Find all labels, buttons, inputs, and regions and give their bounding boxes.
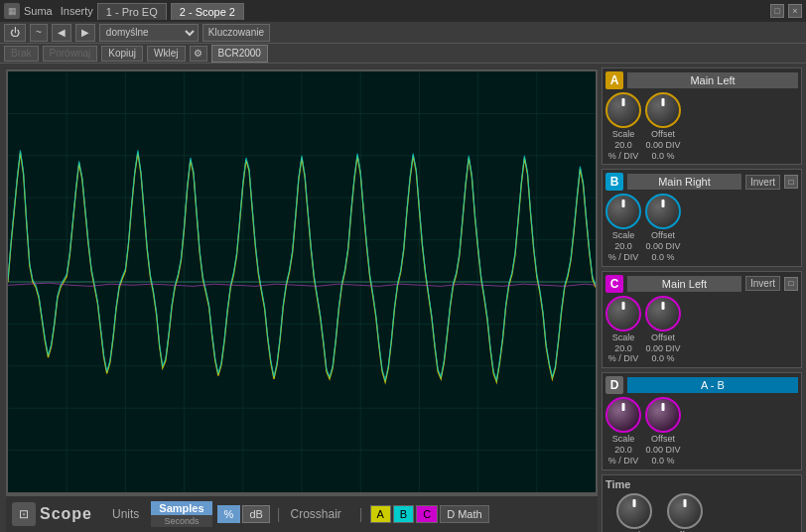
knob-dot [662, 200, 665, 207]
channel-b-scale-group: Scale 20.0 % / DIV [605, 194, 641, 262]
time-section: Time Scale 80.0 Samples / DIV [602, 474, 802, 532]
scope-logo: ⊡ Scope [12, 502, 92, 526]
time-offset-group: Offset 0.00 0.0 [667, 493, 703, 532]
channel-b-scale-knob[interactable] [605, 194, 641, 229]
channel-c-name-button[interactable]: Main Left [627, 276, 741, 292]
channel-c-section: C Main Left Invert □ Scale 20.0 % / DIV [602, 271, 802, 368]
channel-d-name-button[interactable]: A - B [627, 377, 798, 393]
percent-button[interactable]: % [217, 505, 241, 523]
main-layout: ⊡ Scope Units Samples Seconds % dB | Cro… [0, 64, 806, 532]
channel-b-offset-knob[interactable] [645, 194, 681, 229]
knob-dot [683, 499, 686, 507]
brak-button[interactable]: Brak [4, 46, 39, 62]
minimize-button[interactable]: □ [770, 4, 784, 18]
crosshair-label: Crosshair [287, 507, 345, 521]
channel-d-controls: Scale 20.0 % / DIV Offset 0.00 DIV 0.0 % [605, 397, 798, 466]
knob-dot [622, 200, 625, 207]
tab-pro-eq[interactable]: 1 - Pro EQ [97, 3, 167, 20]
channel-a-scale-knob[interactable] [605, 92, 641, 128]
channel-a-scale-group: Scale 20.0 % / DIV [605, 92, 641, 161]
channel-d-offset-knob[interactable] [645, 397, 681, 433]
power-button[interactable]: ⏻ [4, 24, 26, 42]
channel-b-controls: Scale 20.0 % / DIV Offset 0.00 DIV 0.0 % [605, 194, 798, 262]
scope-logo-icon: ⊡ [12, 502, 36, 526]
toolbar-1: ⏻ ~ ◀ ▶ domyślne Kluczowanie [0, 22, 806, 44]
channel-a-section: A Main Left Scale 20.0 % / DIV [602, 67, 802, 165]
knob-dot [622, 302, 625, 310]
channel-d-offset-group: Offset 0.00 DIV 0.0 % [645, 397, 681, 466]
channel-b-letter: B [605, 173, 623, 191]
time-header: Time [605, 478, 798, 490]
channel-c-invert-indicator[interactable]: □ [784, 277, 798, 291]
app-icon: ▦ [4, 3, 20, 19]
channel-c-scale-knob[interactable] [605, 296, 641, 332]
scope-logo-text: Scope [40, 505, 92, 523]
channel-a-scale-label: Scale 20.0 % / DIV [608, 129, 639, 161]
knob-dot [662, 98, 665, 106]
channel-b-offset-label: Offset 0.00 DIV 0.0 % [645, 230, 680, 262]
wave-button[interactable]: ~ [30, 24, 48, 42]
time-controls: Scale 80.0 Samples / DIV Offset 0.00 0.0 [605, 493, 798, 532]
nav-prev-button[interactable]: ◀ [52, 24, 71, 42]
menu-inserty[interactable]: Inserty [61, 5, 93, 17]
wklej-button[interactable]: Wklej [147, 46, 185, 62]
knob-dot [632, 499, 635, 507]
channel-a-offset-label: Offset 0.00 DIV 0.0 % [645, 129, 680, 161]
kopiuj-button[interactable]: Kopiuj [101, 46, 143, 62]
preset-select[interactable]: domyślne [99, 24, 199, 42]
channel-d-scale-knob[interactable] [605, 397, 641, 433]
right-panel: A Main Left Scale 20.0 % / DIV [598, 64, 806, 532]
key-button[interactable]: Kluczowanie [202, 24, 270, 42]
title-bar: ▦ Suma Inserty 1 - Pro EQ 2 - Scope 2 □ … [0, 0, 806, 22]
channel-c-offset-group: Offset 0.00 DIV 0.0 % [645, 296, 681, 364]
channel-d-section: D A - B Scale 20.0 % / DIV [602, 372, 802, 469]
divider-2: | [359, 506, 363, 522]
channel-d-header: D A - B [605, 376, 798, 394]
channel-b-invert-indicator[interactable]: □ [784, 175, 798, 189]
channel-d-letter: D [605, 376, 623, 394]
channel-b-scale-label: Scale 20.0 % / DIV [608, 230, 639, 262]
porownaj-button[interactable]: Porównaj [43, 46, 98, 62]
ch-a-button[interactable]: A [370, 505, 391, 523]
app-name: Suma [24, 5, 53, 17]
nav-next-button[interactable]: ▶ [75, 24, 95, 42]
samples-seconds-group: Samples Seconds [151, 501, 211, 527]
knob-dot [662, 302, 665, 310]
samples-button[interactable]: Samples [151, 501, 211, 515]
toolbar-2: Brak Porównaj Kopiuj Wklej ⚙ BCR2000 [0, 44, 806, 64]
bottom-bar: ⊡ Scope Units Samples Seconds % dB | Cro… [6, 494, 598, 532]
tab-scope2[interactable]: 2 - Scope 2 [171, 3, 244, 20]
gear-button[interactable]: ⚙ [190, 46, 207, 62]
d-math-button[interactable]: D Math [440, 505, 488, 523]
db-button[interactable]: dB [242, 505, 269, 523]
scope-area: ⊡ Scope Units Samples Seconds % dB | Cro… [0, 64, 598, 532]
channel-d-scale-group: Scale 20.0 % / DIV [605, 397, 641, 466]
time-offset-knob[interactable] [667, 493, 703, 529]
channel-b-invert-button[interactable]: Invert [745, 175, 780, 190]
channel-d-offset-label: Offset 0.00 DIV 0.0 % [645, 434, 680, 466]
channel-c-offset-knob[interactable] [645, 296, 681, 332]
time-scale-knob[interactable] [616, 493, 652, 529]
channel-a-offset-group: Offset 0.00 DIV 0.0 % [645, 92, 681, 161]
channel-c-scale-group: Scale 20.0 % / DIV [605, 296, 641, 364]
device-label: BCR2000 [211, 45, 268, 63]
knob-dot [622, 403, 625, 411]
scope-canvas[interactable] [6, 69, 598, 494]
knob-dot [622, 98, 625, 106]
ch-c-button[interactable]: C [416, 505, 438, 523]
ch-b-button[interactable]: B [393, 505, 414, 523]
units-label: Units [108, 507, 143, 521]
knob-dot [662, 403, 665, 411]
channel-a-controls: Scale 20.0 % / DIV Offset 0.00 DIV 0.0 % [605, 92, 798, 161]
channel-c-letter: C [605, 275, 623, 293]
channel-a-letter: A [605, 71, 623, 89]
channel-a-header: A Main Left [605, 71, 798, 89]
channel-c-scale-label: Scale 20.0 % / DIV [608, 332, 639, 364]
channel-a-name-button[interactable]: Main Left [627, 72, 798, 88]
channel-b-name-button[interactable]: Main Right [627, 174, 741, 190]
channel-c-invert-button[interactable]: Invert [745, 276, 780, 291]
close-button[interactable]: × [788, 4, 802, 18]
channel-a-offset-knob[interactable] [645, 92, 681, 128]
channel-d-scale-label: Scale 20.0 % / DIV [608, 434, 639, 466]
seconds-label: Seconds [151, 515, 211, 527]
